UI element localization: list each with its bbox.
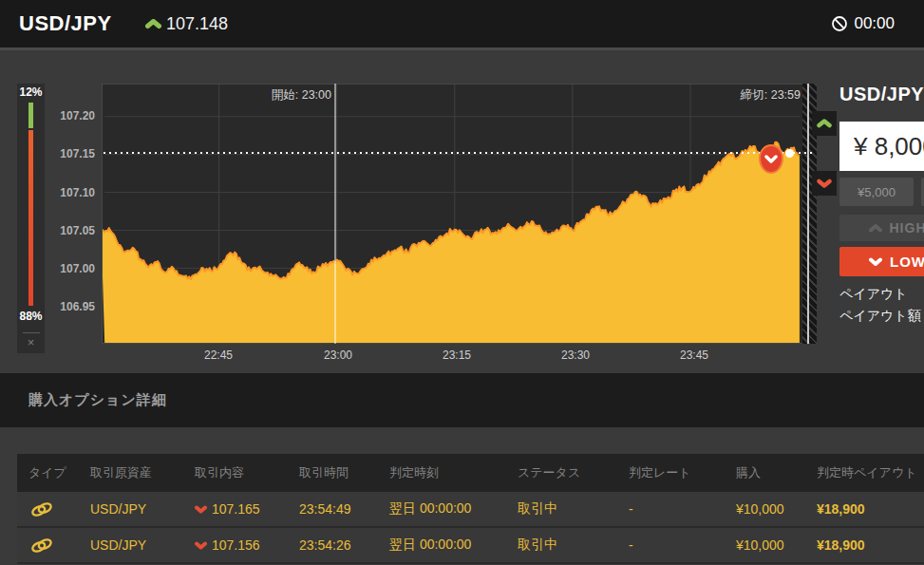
top-bar: USD/JPY 107.148 00:00 — [0, 0, 924, 50]
row-content: 107.156 — [195, 537, 299, 553]
table-row[interactable]: USD/JPY 107.156 23:54:26 翌日 00:00:00 取引中… — [17, 528, 924, 564]
x-axis-tick: 23:15 — [428, 348, 485, 362]
linked-rings-icon — [17, 537, 90, 555]
strike-price-line — [104, 152, 816, 154]
y-axis-tick: 107.05 — [47, 224, 95, 237]
col-header: ステータス — [518, 464, 629, 481]
low-button[interactable]: LOW — [839, 247, 924, 276]
x-axis-tick: 22:45 — [190, 348, 247, 362]
trading-app: USD/JPY 107.148 00:00 12% 88% × 107.20 1… — [0, 0, 924, 565]
row-purchase: ¥10,000 — [736, 501, 817, 517]
session-deadline-label: 締切: 23:59 — [700, 87, 801, 104]
row-asset: USD/JPY — [90, 501, 195, 517]
col-header: 取引内容 — [195, 464, 299, 481]
x-axis-tick: 23:00 — [310, 348, 367, 362]
linked-rings-icon — [17, 500, 90, 518]
positions-section-header: 購入オプション詳細 — [0, 373, 924, 427]
row-asset: USD/JPY — [90, 537, 195, 553]
countdown-timer: 00:00 — [831, 14, 895, 33]
table-row[interactable]: USD/JPY 107.165 23:54:49 翌日 00:00:00 取引中… — [17, 492, 924, 528]
row-payout: ¥18,900 — [817, 537, 924, 553]
area-chart-canvas — [102, 84, 802, 344]
payout-label: ペイアウト — [839, 286, 908, 303]
low-button-label: LOW — [890, 254, 924, 270]
col-header: 判定時ペイアウト — [817, 464, 924, 481]
col-header: 取引原資産 — [90, 464, 195, 481]
col-header: 取引時間 — [299, 464, 389, 481]
preset-amount-button[interactable]: ¥5,000 — [839, 178, 914, 206]
row-judge-time: 翌日 00:00:00 — [389, 537, 518, 554]
low-ratio-bar — [28, 130, 33, 306]
high-button[interactable]: HIGH — [839, 215, 924, 241]
timer-value: 00:00 — [854, 14, 895, 33]
row-trade-time: 23:54:49 — [299, 501, 389, 517]
x-axis-tick: 23:30 — [547, 348, 604, 362]
chevron-up-icon — [869, 224, 882, 233]
x-axis-tick: 23:45 — [666, 348, 723, 362]
chevron-down-icon — [195, 505, 207, 514]
col-header: 購入 — [736, 464, 817, 481]
row-status: 取引中 — [518, 500, 629, 518]
row-status: 取引中 — [518, 537, 629, 554]
deadline-line — [807, 84, 809, 344]
table-header-row: タイプ 取引原資産 取引内容 取引時間 判定時刻 ステータス 判定レート 購入 … — [17, 454, 924, 492]
positions-table: タイプ 取引原資産 取引内容 取引時間 判定時刻 ステータス 判定レート 購入 … — [17, 454, 924, 564]
prohibition-icon — [831, 15, 848, 32]
y-axis-tick: 107.20 — [47, 109, 95, 122]
y-axis-tick: 107.15 — [47, 147, 95, 160]
high-ratio-bar — [28, 103, 33, 128]
row-trade-time: 23:54:26 — [299, 537, 389, 553]
payout-amount-label: ペイアウト額 — [839, 308, 921, 325]
col-header: 判定時刻 — [389, 464, 518, 481]
chevron-down-icon — [195, 541, 207, 550]
amount-input[interactable]: ¥ 8,000 — [839, 122, 924, 171]
session-start-label: 開始: 23:00 — [102, 87, 331, 104]
chevron-down-icon — [869, 257, 882, 266]
low-ratio: 88% — [19, 309, 42, 324]
row-content: 107.165 — [195, 501, 299, 517]
pair-title: USD/JPY — [19, 11, 112, 36]
low-trend-badge — [812, 171, 837, 196]
gauge-divider — [23, 332, 40, 333]
y-axis-tick: 107.00 — [47, 262, 95, 275]
section-title: 購入オプション詳細 — [28, 391, 167, 409]
latest-tick-dot — [785, 149, 794, 158]
row-payout: ¥18,900 — [817, 501, 924, 517]
high-button-label: HIGH — [890, 220, 924, 235]
y-axis-tick: 106.95 — [47, 300, 95, 313]
row-judge-rate: - — [629, 501, 736, 517]
price-chart[interactable]: 開始: 23:00 締切: 23:59 — [102, 84, 817, 344]
row-judge-time: 翌日 00:00:00 — [389, 500, 518, 518]
high-trend-badge — [812, 111, 837, 136]
session-start-line — [334, 84, 336, 344]
chevron-up-icon — [145, 19, 161, 29]
high-ratio: 12% — [19, 85, 42, 100]
current-price: 107.148 — [166, 14, 228, 34]
row-purchase: ¥10,000 — [736, 537, 817, 553]
panel-pair-title: USD/JPY — [839, 84, 924, 105]
col-header: 判定レート — [629, 464, 736, 481]
col-header: タイプ — [17, 464, 90, 481]
high-low-ratio-gauge: 12% 88% × — [17, 84, 45, 353]
close-icon[interactable]: × — [28, 335, 35, 349]
row-judge-rate: - — [629, 537, 736, 553]
y-axis-tick: 107.10 — [47, 186, 95, 199]
